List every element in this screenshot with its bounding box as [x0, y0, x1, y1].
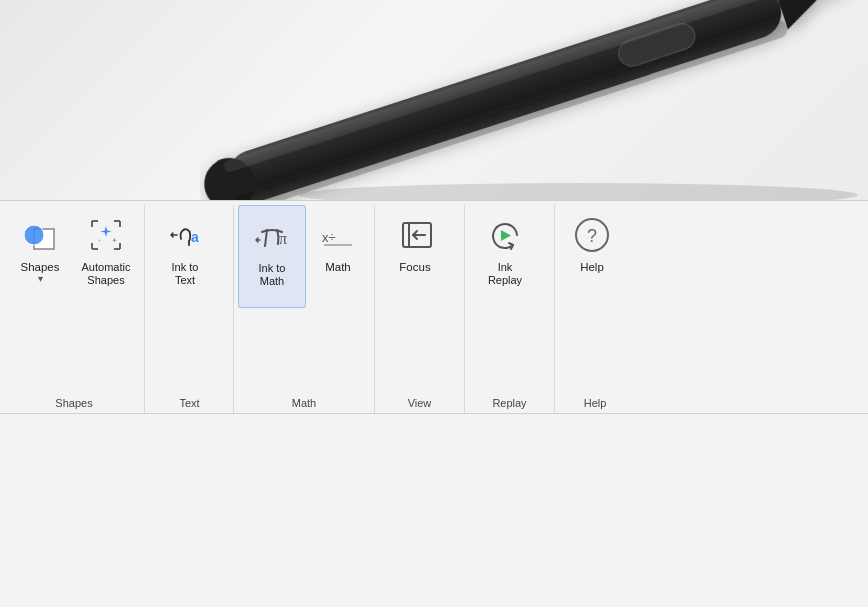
shapes-button[interactable]: Shapes ▾: [8, 205, 72, 304]
svg-text:π: π: [279, 230, 287, 247]
math-group: π Ink to Math x÷ Math: [234, 205, 375, 413]
svg-rect-7: [234, 18, 790, 210]
ink-to-text-icon: a: [161, 211, 209, 259]
ink-replay-icon: [481, 211, 529, 259]
ink-to-text-label: Ink to Text: [172, 261, 199, 287]
automatic-shapes-button[interactable]: Automatic Shapes: [72, 205, 140, 306]
svg-marker-26: [501, 230, 511, 241]
replay-group: Ink Replay Replay: [465, 205, 555, 413]
ink-to-math-button[interactable]: π Ink to Math: [238, 205, 306, 308]
math-button[interactable]: x÷ Math: [306, 205, 370, 295]
ribbon-groups: Shapes ▾: [0, 201, 868, 413]
shapes-group: Shapes ▾: [4, 205, 145, 413]
svg-text:?: ?: [587, 226, 597, 246]
ink-to-math-icon: π: [248, 212, 296, 260]
ink-replay-label: Ink Replay: [488, 261, 522, 287]
auto-shapes-icon: [82, 211, 130, 259]
math-label: Math: [325, 261, 351, 275]
ribbon-toolbar: Shapes ▾: [0, 200, 868, 414]
shapes-dropdown-arrow: ▾: [38, 273, 43, 284]
focus-button[interactable]: Focus: [379, 205, 451, 295]
help-group: ? Help Help: [555, 205, 635, 413]
content-area: [0, 414, 868, 607]
shapes-icon: [16, 211, 64, 259]
pen-area: [0, 0, 868, 210]
help-group-label: Help: [555, 397, 635, 409]
text-group: a Ink to Text Text: [145, 205, 234, 413]
help-button[interactable]: ? Help: [559, 205, 625, 295]
help-icon: ?: [568, 211, 616, 259]
shapes-group-label: Shapes: [4, 397, 144, 409]
text-group-label: Text: [145, 397, 233, 409]
ink-to-text-button[interactable]: a Ink to Text: [149, 205, 220, 306]
ink-replay-button[interactable]: Ink Replay: [469, 205, 541, 306]
view-group: Focus View: [375, 205, 465, 413]
focus-icon: [391, 211, 439, 259]
svg-text:x÷: x÷: [322, 230, 336, 245]
math-icon: x÷: [314, 211, 362, 259]
replay-group-label: Replay: [465, 397, 554, 409]
ink-to-math-label: Ink to Math: [259, 262, 286, 288]
help-label: Help: [580, 261, 604, 275]
svg-text:a: a: [191, 229, 199, 245]
main-container: Shapes ▾: [0, 0, 868, 607]
stylus-pen-image: [200, 0, 868, 210]
view-group-label: View: [375, 397, 464, 409]
automatic-shapes-label: Automatic Shapes: [82, 261, 131, 287]
focus-label: Focus: [399, 261, 430, 275]
math-group-label: Math: [234, 397, 374, 409]
